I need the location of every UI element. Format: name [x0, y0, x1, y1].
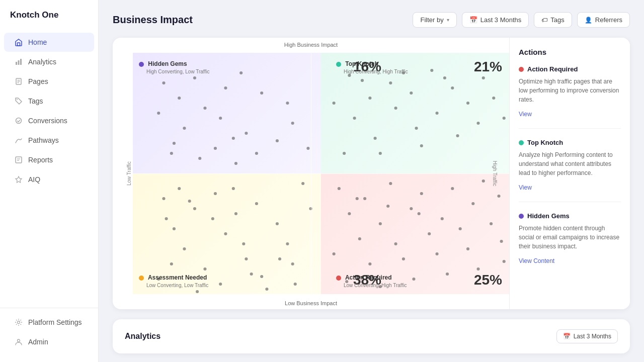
svg-point-104	[358, 237, 361, 240]
chevron-down-icon: ▾	[447, 17, 449, 23]
svg-rect-10	[16, 157, 22, 163]
svg-point-52	[456, 134, 459, 137]
svg-point-58	[503, 117, 506, 120]
sidebar-item-tags[interactable]: Tags	[4, 92, 94, 111]
tags-icon	[14, 97, 23, 106]
svg-point-43	[451, 86, 454, 89]
sidebar-item-pathways-label: Pathways	[28, 136, 59, 144]
svg-point-15	[18, 339, 20, 342]
svg-marker-13	[16, 176, 22, 183]
svg-point-57	[343, 152, 346, 155]
settings-icon	[14, 318, 23, 327]
svg-point-67	[255, 202, 258, 205]
svg-point-25	[245, 132, 248, 135]
svg-point-41	[368, 97, 371, 100]
svg-point-64	[173, 227, 176, 230]
top-knotch-card-title: Top Knotch	[527, 139, 563, 146]
action-card-header-1: Action Required	[519, 65, 621, 73]
svg-point-100	[410, 207, 413, 210]
business-impact-section: High Business Impact Low Business Impact…	[113, 38, 630, 309]
svg-point-16	[193, 76, 196, 79]
svg-point-108	[490, 222, 493, 225]
analytics-section: Analytics 📅 Last 3 Months	[113, 319, 630, 353]
svg-point-24	[183, 127, 186, 130]
sidebar-item-pathways[interactable]: Pathways	[4, 131, 94, 150]
tags-button[interactable]: 🏷 Tags	[534, 12, 572, 28]
svg-point-122	[386, 205, 389, 208]
analytics-date-button[interactable]: 📅 Last 3 Months	[556, 329, 618, 343]
hidden-gems-dot	[139, 62, 144, 67]
sidebar-item-pages-label: Pages	[28, 77, 48, 85]
svg-point-98	[348, 212, 351, 215]
svg-point-29	[198, 157, 201, 160]
sidebar-item-home-label: Home	[28, 38, 47, 46]
svg-point-90	[250, 273, 253, 276]
app-logo: Knotch One	[0, 10, 98, 32]
svg-point-27	[214, 147, 217, 150]
svg-point-123	[356, 197, 359, 200]
hidden-gems-view-button[interactable]: View Content	[519, 257, 554, 264]
svg-point-75	[219, 283, 222, 286]
svg-point-8	[17, 99, 18, 100]
sidebar-item-conversions[interactable]: Conversions	[4, 111, 94, 130]
svg-point-103	[497, 195, 500, 198]
svg-point-107	[459, 227, 462, 230]
svg-point-23	[219, 117, 222, 120]
referrers-label: Referrers	[595, 16, 622, 24]
analytics-header: Analytics 📅 Last 3 Months	[125, 329, 618, 343]
home-icon	[14, 38, 23, 47]
svg-point-76	[260, 275, 263, 278]
svg-point-118	[446, 273, 449, 276]
svg-point-30	[234, 162, 237, 165]
svg-point-37	[306, 147, 309, 150]
sidebar-item-admin[interactable]: Admin	[4, 332, 94, 351]
svg-point-14	[18, 321, 20, 324]
svg-rect-1	[16, 62, 17, 65]
axis-left-label: Low Traffic	[126, 161, 132, 186]
svg-point-48	[466, 102, 469, 105]
filter-by-label: Filter by	[420, 16, 443, 24]
sidebar-item-reports[interactable]: Reports	[4, 150, 94, 169]
svg-point-82	[196, 290, 199, 293]
sidebar-item-aiq[interactable]: AIQ	[4, 170, 94, 189]
svg-point-111	[402, 257, 405, 260]
svg-point-94	[389, 182, 392, 185]
actions-title: Actions	[519, 48, 621, 56]
date-range-button[interactable]: 📅 Last 3 Months	[462, 12, 529, 28]
svg-point-113	[466, 247, 469, 250]
referrers-button[interactable]: 👤 Referrers	[577, 12, 630, 28]
top-knotch-color-dot	[519, 140, 524, 145]
svg-point-42	[410, 92, 413, 95]
top-knotch-label: Top Knotch High Converting, High Traffic	[336, 59, 408, 74]
svg-point-55	[420, 144, 423, 147]
filter-by-button[interactable]: Filter by ▾	[413, 12, 456, 28]
sidebar-item-platform-settings[interactable]: Platform Settings	[4, 313, 94, 332]
conversions-icon	[14, 116, 23, 125]
svg-point-70	[276, 222, 279, 225]
svg-point-50	[374, 137, 377, 140]
sidebar-item-analytics[interactable]: Analytics	[4, 52, 94, 71]
scatter-canvas: High Business Impact Low Business Impact…	[113, 38, 509, 309]
aiq-icon	[14, 175, 23, 184]
main-content: Business Impact Filter by ▾ 📅 Last 3 Mon…	[99, 0, 644, 362]
user-icon: 👤	[585, 17, 592, 24]
hidden-gems-card-title: Hidden Gems	[527, 212, 570, 220]
sidebar-item-pages[interactable]: Pages	[4, 72, 94, 91]
svg-point-101	[441, 217, 444, 220]
action-card-hidden-gems: Hidden Gems Promote hidden content throu…	[519, 212, 621, 275]
sidebar-item-home[interactable]: Home	[4, 33, 94, 52]
action-card-action-required: Action Required Optimize high traffic pa…	[519, 65, 621, 129]
svg-point-102	[471, 202, 474, 205]
analytics-icon	[14, 57, 23, 66]
svg-point-86	[211, 217, 214, 220]
action-required-view-button[interactable]: View	[519, 111, 532, 118]
sidebar: Knotch One Home Analytics	[0, 0, 99, 362]
action-required-card-title: Action Required	[527, 65, 578, 73]
top-knotch-view-button[interactable]: View	[519, 184, 532, 191]
sidebar-item-admin-label: Admin	[28, 338, 48, 346]
svg-point-45	[353, 117, 356, 120]
svg-point-71	[203, 267, 206, 270]
svg-point-60	[361, 79, 364, 82]
svg-point-81	[265, 288, 268, 291]
action-required-percent: 25%	[474, 272, 502, 288]
